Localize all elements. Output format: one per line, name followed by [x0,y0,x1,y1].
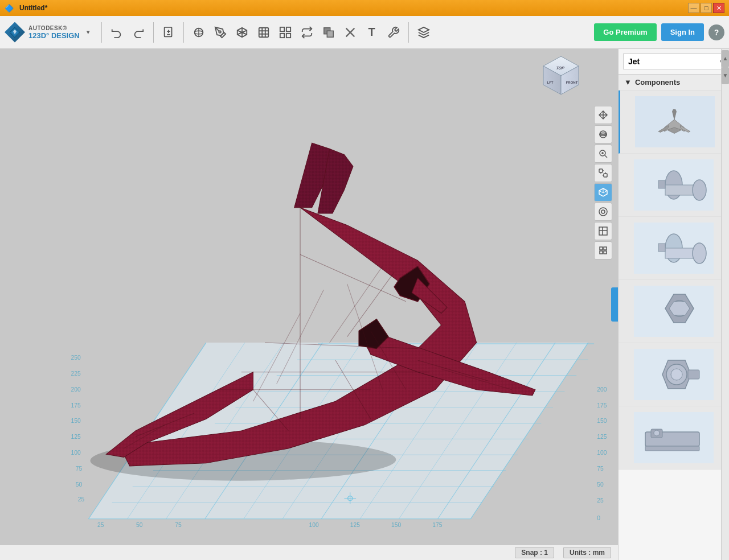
component-item-6[interactable] [619,406,729,470]
viewport-canvas: 25 50 75 100 125 150 175 25 50 75 100 12… [0,49,618,560]
svg-text:125: 125 [350,522,360,528]
logo-area: AUTODESK® 123D° DESIGN ▼ [5,22,91,43]
units-status[interactable]: Units : mm [563,547,611,558]
logo-dropdown-arrow[interactable]: ▼ [85,29,91,35]
logo-text: AUTODESK® 123D° DESIGN [28,25,80,40]
measure-button[interactable] [383,22,404,43]
svg-rect-14 [259,27,268,37]
status-bar: Snap : 1 Units : mm [0,544,618,560]
component-item-2[interactable] [619,154,729,217]
snap-control[interactable] [594,241,612,260]
panel-toggle-tab[interactable] [611,287,618,322]
svg-point-177 [654,430,660,436]
viewport-controls [594,106,612,260]
zoom-control[interactable] [594,145,612,163]
components-section: ▼ Components [619,75,729,560]
fit-control[interactable] [594,164,612,182]
svg-text:0: 0 [597,515,600,521]
svg-text:225: 225 [71,370,80,377]
maximize-button[interactable]: □ [701,3,712,13]
window-title: Untitled* [17,4,688,12]
help-button[interactable]: ? [708,24,724,40]
divider-3 [183,22,184,43]
svg-point-163 [693,243,706,263]
undo-redo-group [107,22,149,43]
svg-text:50: 50 [597,481,604,488]
iso-control[interactable] [594,183,612,201]
component-thumb-4 [619,280,729,343]
new-button[interactable] [158,22,179,43]
svg-text:175: 175 [71,402,80,409]
close-button[interactable]: ✕ [713,3,724,13]
svg-text:100: 100 [71,450,80,456]
svg-line-127 [605,155,607,158]
sign-in-button[interactable]: Sign In [661,23,704,41]
undo-button[interactable] [107,22,127,43]
svg-text:125: 125 [71,434,80,440]
scroll-down-button[interactable]: ▼ [722,67,729,84]
panel-header: Jet Components ▼ [619,49,729,75]
component-item-3[interactable] [619,217,729,280]
main-tools-group: T [189,22,404,43]
svg-point-141 [601,210,605,213]
svg-rect-159 [658,180,665,188]
svg-point-158 [693,180,706,200]
svg-point-9 [219,31,221,33]
go-premium-button[interactable]: Go Premium [594,23,656,41]
component-thumb-5 [619,343,729,406]
svg-rect-146 [604,247,607,250]
svg-text:100: 100 [597,450,607,456]
sketch-button[interactable] [210,22,231,43]
svg-text:125: 125 [597,434,607,440]
right-panel: Jet Components ▼ ▼ Components [618,49,729,560]
ortho-control[interactable] [594,203,612,221]
transform-button[interactable] [297,22,317,43]
orbit-control[interactable] [594,125,612,143]
svg-text:100: 100 [309,522,319,528]
grid-control[interactable] [594,222,612,240]
svg-rect-2 [164,27,171,36]
main-toolbar: AUTODESK® 123D° DESIGN ▼ [0,16,729,49]
combine-button[interactable] [318,22,339,43]
component-thumb-3 [619,217,729,279]
pan-control[interactable] [594,106,612,124]
svg-text:150: 150 [391,522,401,528]
component-thumb-1 [620,90,729,153]
redo-button[interactable] [128,22,149,43]
window-controls: — □ ✕ [688,3,724,13]
svg-text:150: 150 [71,418,80,425]
brand-name: AUTODESK® [28,25,80,31]
svg-text:200: 200 [597,386,607,393]
scroll-up-button[interactable]: ▲ [722,50,729,67]
subtract-button[interactable] [340,22,361,43]
3d-viewport[interactable]: 25 50 75 100 125 150 175 25 50 75 100 12… [0,49,618,560]
panel-dropdown[interactable]: Jet Components [623,53,729,69]
svg-text:FRONT: FRONT [566,81,578,84]
file-tools-group [158,22,179,43]
svg-text:75: 75 [175,522,182,528]
svg-line-139 [603,191,607,193]
product-name: 123D° DESIGN [28,31,80,40]
primitives-button[interactable] [189,22,209,43]
layers-button[interactable] [413,22,434,43]
svg-text:150: 150 [597,418,607,425]
svg-marker-168 [669,302,690,315]
text-button[interactable]: T [362,22,382,43]
components-header[interactable]: ▼ Components [619,75,729,90]
component-item-5[interactable] [619,343,729,406]
component-item-4[interactable] [619,280,729,343]
components-label: Components [635,78,680,87]
minimize-button[interactable]: — [688,3,699,13]
panel-scrollbar[interactable]: ▲ ▼ [721,49,729,560]
snap-status[interactable]: Snap : 1 [515,547,554,558]
svg-text:25: 25 [97,522,104,528]
divider-2 [153,22,154,43]
svg-text:175: 175 [597,402,607,409]
component-thumb-6 [619,406,729,469]
svg-text:25: 25 [597,497,604,504]
pattern-button[interactable] [275,22,296,43]
construct-button[interactable] [232,22,252,43]
component-item-1[interactable] [619,90,729,154]
modify-button[interactable] [253,22,274,43]
view-cube[interactable]: TOP LFT FRONT [540,53,583,96]
